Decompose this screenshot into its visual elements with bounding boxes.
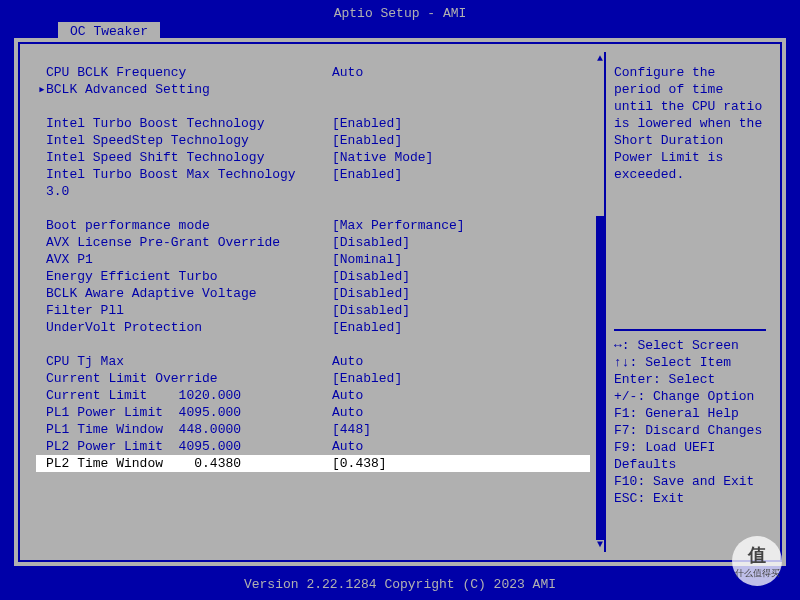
setting-value: [Enabled]: [332, 166, 590, 183]
help-keys: ↔: Select Screen↑↓: Select ItemEnter: Se…: [614, 337, 766, 507]
setting-row[interactable]: BCLK Advanced Setting: [36, 81, 590, 98]
help-key-hint: F9: Load UEFI Defaults: [614, 439, 766, 473]
setting-row[interactable]: Intel Speed Shift Technology[Native Mode…: [36, 149, 590, 166]
setting-row[interactable]: Energy Efficient Turbo[Disabled]: [36, 268, 590, 285]
help-key-hint: F7: Discard Changes: [614, 422, 766, 439]
help-key-hint: F10: Save and Exit: [614, 473, 766, 490]
scrollbar[interactable]: ▲ ▼: [596, 54, 604, 550]
setting-row[interactable]: BCLK Aware Adaptive Voltage[Disabled]: [36, 285, 590, 302]
setting-label: Current Limit 1020.000: [36, 387, 332, 404]
setting-label: Intel Speed Shift Technology: [36, 149, 332, 166]
blank-row: [36, 200, 590, 217]
setting-label: PL1 Power Limit 4095.000: [36, 404, 332, 421]
scroll-thumb[interactable]: [596, 216, 604, 540]
inner-frame: CPU BCLK FrequencyAutoBCLK Advanced Sett…: [18, 42, 782, 562]
setting-value: [Max Performance]: [332, 217, 590, 234]
setting-label: Filter Pll: [36, 302, 332, 319]
setting-label: PL2 Power Limit 4095.000: [36, 438, 332, 455]
help-key-hint: Enter: Select: [614, 371, 766, 388]
scroll-up-icon[interactable]: ▲: [596, 54, 604, 64]
help-key-hint: F1: General Help: [614, 405, 766, 422]
setting-row[interactable]: UnderVolt Protection[Enabled]: [36, 319, 590, 336]
setting-value: Auto: [332, 64, 590, 81]
setting-value: [Disabled]: [332, 234, 590, 251]
help-key-hint: ESC: Exit: [614, 490, 766, 507]
setting-label: 3.0: [36, 183, 332, 200]
help-panel: Configure the period of time until the C…: [610, 54, 770, 550]
setting-value: Auto: [332, 438, 590, 455]
setting-label: Intel SpeedStep Technology: [36, 132, 332, 149]
bios-title: Aptio Setup - AMI: [0, 0, 800, 23]
setting-label: AVX P1: [36, 251, 332, 268]
setting-row[interactable]: Intel Turbo Boost Technology[Enabled]: [36, 115, 590, 132]
setting-value: [0.438]: [332, 455, 590, 472]
setting-label: BCLK Advanced Setting: [36, 81, 332, 98]
setting-value: [Disabled]: [332, 302, 590, 319]
setting-label: Intel Turbo Boost Max Technology: [36, 166, 332, 183]
help-key-hint: +/-: Change Option: [614, 388, 766, 405]
setting-label: CPU Tj Max: [36, 353, 332, 370]
setting-value: [Enabled]: [332, 319, 590, 336]
help-description: Configure the period of time until the C…: [614, 64, 766, 183]
setting-label: CPU BCLK Frequency: [36, 64, 332, 81]
setting-label: PL1 Time Window 448.0000: [36, 421, 332, 438]
setting-label: UnderVolt Protection: [36, 319, 332, 336]
setting-label: AVX License Pre-Grant Override: [36, 234, 332, 251]
active-tab[interactable]: OC Tweaker: [58, 22, 160, 41]
setting-row[interactable]: Intel SpeedStep Technology[Enabled]: [36, 132, 590, 149]
settings-list: CPU BCLK FrequencyAutoBCLK Advanced Sett…: [30, 54, 596, 550]
setting-row[interactable]: PL1 Time Window 448.0000[448]: [36, 421, 590, 438]
scroll-track[interactable]: [596, 64, 604, 540]
setting-row[interactable]: Filter Pll[Disabled]: [36, 302, 590, 319]
setting-row[interactable]: CPU BCLK FrequencyAuto: [36, 64, 590, 81]
help-key-hint: ↑↓: Select Item: [614, 354, 766, 371]
panel-divider: [604, 52, 606, 552]
setting-value: Auto: [332, 353, 590, 370]
scroll-down-icon[interactable]: ▼: [596, 540, 604, 550]
setting-row-continuation: 3.0: [36, 183, 590, 200]
blank-row: [36, 98, 590, 115]
version-footer: Version 2.22.1284 Copyright (C) 2023 AMI: [0, 577, 800, 592]
setting-row[interactable]: PL1 Power Limit 4095.000Auto: [36, 404, 590, 421]
watermark-small: 什么值得买: [735, 567, 780, 580]
watermark: 值 什么值得买: [732, 536, 782, 586]
setting-value: [Enabled]: [332, 132, 590, 149]
setting-label: Boot performance mode: [36, 217, 332, 234]
setting-row[interactable]: PL2 Power Limit 4095.000Auto: [36, 438, 590, 455]
setting-value: [332, 81, 590, 98]
main-frame: CPU BCLK FrequencyAutoBCLK Advanced Sett…: [12, 36, 788, 568]
setting-value: Auto: [332, 404, 590, 421]
setting-row[interactable]: Boot performance mode[Max Performance]: [36, 217, 590, 234]
setting-value: [448]: [332, 421, 590, 438]
setting-value: Auto: [332, 387, 590, 404]
setting-value: [Disabled]: [332, 285, 590, 302]
setting-label: BCLK Aware Adaptive Voltage: [36, 285, 332, 302]
setting-row[interactable]: Current Limit 1020.000Auto: [36, 387, 590, 404]
setting-label: PL2 Time Window 0.4380: [36, 455, 332, 472]
setting-row-selected[interactable]: PL2 Time Window 0.4380[0.438]: [36, 455, 590, 472]
setting-value: [Enabled]: [332, 370, 590, 387]
setting-label: Current Limit Override: [36, 370, 332, 387]
setting-row[interactable]: Intel Turbo Boost Max Technology[Enabled…: [36, 166, 590, 183]
blank-row: [36, 336, 590, 353]
setting-label: Energy Efficient Turbo: [36, 268, 332, 285]
help-divider: [614, 329, 766, 331]
help-key-hint: ↔: Select Screen: [614, 337, 766, 354]
setting-label: Intel Turbo Boost Technology: [36, 115, 332, 132]
setting-value: [Nominal]: [332, 251, 590, 268]
watermark-big: 值: [748, 543, 766, 567]
setting-row[interactable]: AVX P1[Nominal]: [36, 251, 590, 268]
setting-row[interactable]: CPU Tj MaxAuto: [36, 353, 590, 370]
setting-row[interactable]: Current Limit Override[Enabled]: [36, 370, 590, 387]
setting-value: [Enabled]: [332, 115, 590, 132]
setting-value: [Disabled]: [332, 268, 590, 285]
setting-value: [Native Mode]: [332, 149, 590, 166]
setting-row[interactable]: AVX License Pre-Grant Override[Disabled]: [36, 234, 590, 251]
